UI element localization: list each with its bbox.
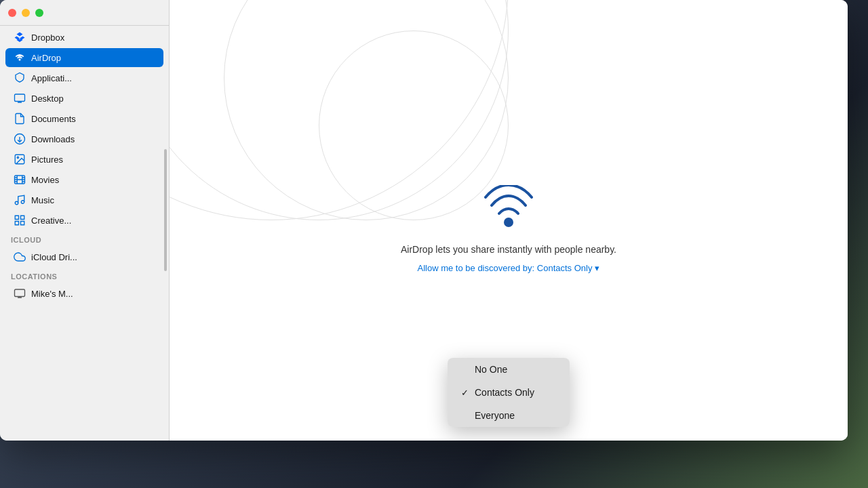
sidebar-item-creative[interactable]: Creative... — [5, 211, 163, 230]
svg-point-7 — [21, 201, 24, 204]
computer-icon — [14, 287, 26, 300]
sidebar-item-label: Documents — [31, 114, 76, 124]
dropdown-item-everyone[interactable]: Everyone — [448, 404, 570, 427]
creative-icon — [14, 214, 26, 226]
sidebar-scrollbar-thumb — [164, 149, 167, 271]
sidebar-item-icloud-drive[interactable]: iCloud Dri... — [5, 247, 163, 266]
airdrop-main-icon — [481, 182, 536, 236]
chevron-down-icon: ▾ — [595, 263, 599, 273]
dropdown-item-contacts-only[interactable]: ✓ Contacts Only — [448, 381, 570, 404]
downloads-icon — [14, 133, 26, 145]
close-button[interactable] — [8, 9, 16, 17]
maximize-button[interactable] — [35, 9, 43, 17]
sidebar-item-music[interactable]: Music — [5, 190, 163, 209]
sidebar-item-label: AirDrop — [31, 53, 61, 63]
dropdown-item-label: No One — [475, 364, 507, 375]
sidebar-item-mikes-mac[interactable]: Mike's M... — [5, 284, 163, 303]
sidebar-item-label: Creative... — [31, 216, 71, 226]
finder-window: Dropbox AirDrop Applicati... — [0, 0, 848, 441]
sidebar-item-label: Downloads — [31, 134, 75, 144]
applications-icon — [14, 72, 26, 84]
desktop-icon — [14, 92, 26, 104]
sidebar-item-documents[interactable]: Documents — [5, 109, 163, 128]
airdrop-icon — [14, 52, 26, 64]
pictures-icon — [14, 153, 26, 165]
airdrop-description: AirDrop lets you share instantly with pe… — [401, 244, 616, 255]
airdrop-center: AirDrop lets you share instantly with pe… — [401, 182, 616, 273]
minimize-button[interactable] — [22, 9, 30, 17]
sidebar-item-desktop[interactable]: Desktop — [5, 89, 163, 108]
music-icon — [14, 194, 26, 206]
svg-point-0 — [19, 59, 21, 61]
dropdown-item-label: Contacts Only — [475, 387, 534, 398]
discovery-text: Allow me to be discovered by: Contacts O… — [418, 263, 593, 273]
sidebar-item-label: iCloud Dri... — [31, 252, 77, 262]
sidebar-item-movies[interactable]: Movies — [5, 170, 163, 189]
no-one-checkmark — [460, 365, 469, 375]
movies-icon — [14, 174, 26, 186]
sidebar-item-label: Movies — [31, 175, 59, 185]
documents-icon — [14, 113, 26, 125]
svg-point-9 — [504, 218, 513, 227]
sidebar-item-pictures[interactable]: Pictures — [5, 150, 163, 169]
sidebar-item-applications[interactable]: Applicati... — [5, 68, 163, 87]
discovery-link[interactable]: Allow me to be discovered by: Contacts O… — [418, 263, 600, 273]
sidebar-item-downloads[interactable]: Downloads — [5, 129, 163, 148]
sidebar-item-label: Pictures — [31, 155, 63, 165]
sidebar-item-label: Music — [31, 195, 54, 205]
contacts-only-checkmark: ✓ — [460, 388, 469, 398]
sidebar-item-label: Applicati... — [31, 73, 72, 83]
icloud-section-label: iCloud — [0, 230, 169, 247]
sidebar: Dropbox AirDrop Applicati... — [0, 0, 170, 441]
sidebar-item-airdrop[interactable]: AirDrop — [5, 48, 163, 67]
icloud-drive-icon — [14, 251, 26, 263]
svg-rect-8 — [15, 289, 25, 297]
svg-rect-1 — [15, 94, 25, 102]
sidebar-scrollbar[interactable] — [163, 27, 167, 434]
sidebar-item-label: Desktop — [31, 94, 64, 104]
sidebar-item-label: Dropbox — [31, 33, 64, 43]
sidebar-item-label: Mike's M... — [31, 289, 73, 299]
dropdown-item-no-one[interactable]: No One — [448, 358, 570, 381]
main-content: AirDrop lets you share instantly with pe… — [170, 0, 848, 441]
title-bar — [0, 0, 169, 26]
svg-point-4 — [17, 157, 18, 158]
sidebar-item-dropbox[interactable]: Dropbox — [5, 28, 163, 47]
dropbox-icon — [14, 31, 26, 43]
everyone-checkmark — [460, 411, 469, 421]
locations-section-label: Locations — [0, 267, 169, 283]
discovery-dropdown: No One ✓ Contacts Only Everyone — [448, 358, 570, 427]
dropdown-item-label: Everyone — [475, 410, 515, 421]
svg-point-6 — [15, 201, 18, 205]
